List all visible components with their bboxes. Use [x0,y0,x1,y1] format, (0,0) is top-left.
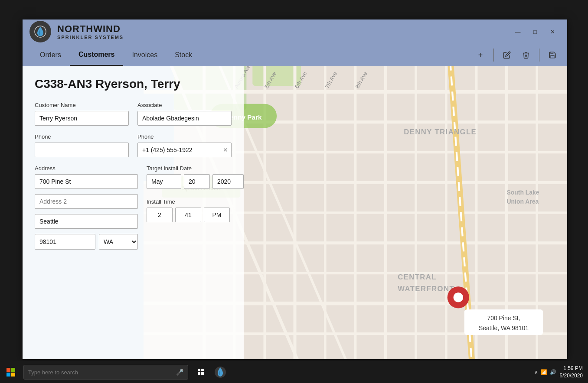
zip-input[interactable] [35,234,95,250]
tray-chevron[interactable]: ∧ [534,369,538,375]
svg-rect-56 [198,372,200,375]
network-icon: 📶 [541,369,547,375]
zip-state-row: WA OR CA [35,234,138,250]
svg-text:Union Area: Union Area [506,198,539,205]
svg-rect-57 [201,372,204,375]
customer-name-input[interactable] [35,111,129,126]
app-logo [29,21,51,42]
state-select[interactable]: WA OR CA [99,234,138,250]
taskbar-icons [190,364,232,381]
save-button[interactable] [545,47,560,63]
date-row [147,174,244,189]
dates-col: Target install Date Install Time [147,165,244,250]
svg-rect-53 [11,373,15,377]
add-button[interactable]: + [473,47,488,63]
taskbar-right: ∧ 📶 🔊 1:59 PM 5/20/2020 [534,365,588,380]
minimize-button[interactable]: — [510,26,526,38]
customer-name-label: Customer Name [35,102,129,108]
tab-orders[interactable]: Orders [31,44,70,66]
associate-phone-wrapper: ✕ [137,143,232,157]
svg-rect-51 [11,368,15,372]
svg-text:CENTRAL: CENTRAL [398,273,437,281]
svg-text:Seattle, WA 98101: Seattle, WA 98101 [479,325,529,331]
tab-customers[interactable]: Customers [70,44,124,66]
form-panel: C338-AN3 Ryerson, Terry Customer Name As… [23,66,244,359]
svg-text:South Lake: South Lake [506,189,539,196]
tab-stock[interactable]: Stock [166,44,201,66]
app-taskbar-icon[interactable] [212,364,229,381]
customer-name-col: Customer Name [35,102,129,126]
app-subtitle: SPRINKLER SYSTEMS [57,35,510,40]
volume-icon: 🔊 [550,369,556,375]
phone-clear-button[interactable]: ✕ [223,146,228,153]
nav-separator-2 [539,49,539,62]
nav-actions: + [466,44,567,66]
svg-rect-54 [198,369,200,371]
time-row [147,208,244,222]
install-ampm-input[interactable] [204,208,230,222]
associate-phone-label: Phone [137,133,232,140]
clock-time: 1:59 PM [560,365,583,372]
taskbar-search-box[interactable]: 🎤 [23,365,188,380]
install-year-input[interactable] [212,174,244,189]
titlebar: NORTHWIND SPRINKLER SYSTEMS — □ ✕ [23,19,567,44]
mic-icon: 🎤 [176,369,183,376]
form-row-2: Phone Phone ✕ [35,133,232,157]
system-tray-icons: ∧ 📶 🔊 [534,369,556,375]
app-title-block: NORTHWIND SPRINKLER SYSTEMS [57,23,510,40]
associate-phone-input[interactable] [137,143,232,157]
customer-phone-col: Phone [35,133,129,157]
clock-date: 5/20/2020 [560,372,583,380]
navbar: Orders Customers Invoices Stock + [23,44,567,66]
form-row-3: Address WA OR CA Target install Date [35,165,232,250]
svg-rect-55 [201,369,204,371]
target-install-label: Target install Date [147,165,244,172]
app-window: NORTHWIND SPRINKLER SYSTEMS — □ ✕ Orders… [23,19,567,359]
close-button[interactable]: ✕ [545,26,560,38]
associate-input[interactable] [137,111,232,126]
customer-id-title: C338-AN3 Ryerson, Terry [35,77,232,91]
edit-button[interactable] [499,47,515,63]
svg-rect-52 [7,373,10,377]
associate-phone-col: Phone ✕ [137,133,232,157]
nav-separator-1 [493,49,494,62]
customer-phone-input[interactable] [35,143,129,157]
taskbar: 🎤 ∧ 📶 🔊 1:59 PM 5/20/2020 [0,361,588,383]
address-input[interactable] [35,174,138,189]
customer-phone-label: Phone [35,133,129,140]
search-input[interactable] [28,369,176,376]
city-input[interactable] [35,214,138,229]
delete-button[interactable] [518,47,534,63]
install-month-input[interactable] [147,174,181,189]
associate-col: Associate [137,102,232,126]
install-time-label: Install Time [147,198,244,205]
task-view-button[interactable] [193,364,209,380]
tab-invoices[interactable]: Invoices [123,44,166,66]
install-hour-input[interactable] [147,208,173,222]
svg-text:700 Pine St,: 700 Pine St, [487,315,520,321]
associate-label: Associate [137,102,232,108]
window-controls: — □ ✕ [510,26,560,38]
start-button[interactable] [0,361,22,383]
address-label: Address [35,165,138,172]
install-day-input[interactable] [184,174,210,189]
install-min-input[interactable] [175,208,201,222]
address-col: Address WA OR CA [35,165,138,250]
maximize-button[interactable]: □ [527,26,543,38]
nav-tabs: Orders Customers Invoices Stock [31,44,466,66]
svg-text:DENNY TRIANGLE: DENNY TRIANGLE [404,128,477,136]
taskbar-clock[interactable]: 1:59 PM 5/20/2020 [560,365,583,380]
svg-rect-50 [7,368,10,372]
address2-input[interactable] [35,194,138,209]
app-title: NORTHWIND [57,23,510,35]
content-area: Denny Park Space Needle Aurora Ave 5th A… [23,66,567,359]
svg-point-46 [454,292,463,302]
svg-text:WATERFRONT: WATERFRONT [398,285,454,293]
form-row-1: Customer Name Associate [35,102,232,126]
